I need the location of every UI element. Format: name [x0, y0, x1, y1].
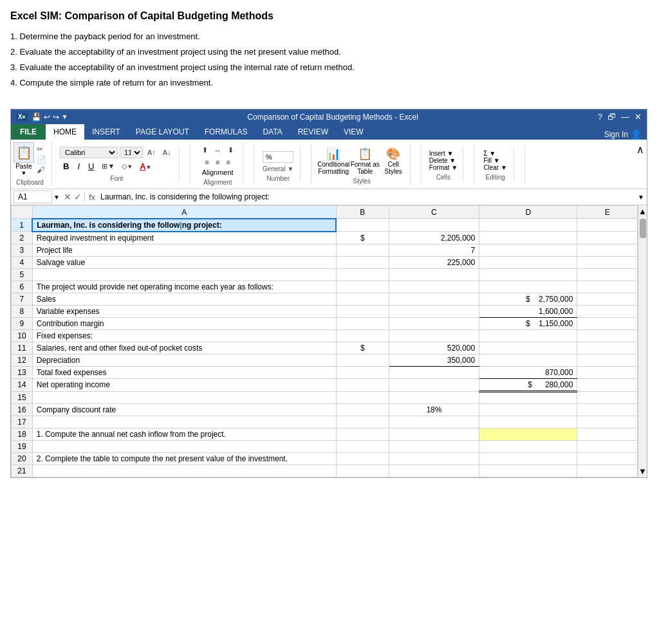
cell-e2[interactable] [577, 232, 638, 244]
customize-icon[interactable]: ▼ [62, 113, 68, 120]
cell-e7[interactable] [577, 293, 638, 305]
restore-icon[interactable]: 🗗 [608, 112, 616, 122]
cell-c19[interactable] [389, 440, 479, 452]
cell-e10[interactable] [577, 329, 638, 342]
align-top-button[interactable]: ⬆ [200, 145, 210, 156]
format-as-table-button[interactable]: 📋 Format as Table [351, 147, 380, 175]
cell-d17[interactable] [479, 416, 577, 428]
redo-icon[interactable]: ↪ [53, 113, 59, 122]
cell-c13[interactable] [389, 366, 479, 378]
cell-d1[interactable] [479, 219, 577, 232]
cell-c18[interactable] [389, 428, 479, 440]
cell-e6[interactable] [577, 281, 638, 293]
col-header-e[interactable]: E [577, 206, 638, 219]
cut-icon[interactable]: ✂ [37, 145, 46, 154]
cell-e4[interactable] [577, 256, 638, 268]
undo-icon[interactable]: ↩ [44, 113, 50, 122]
cell-e1[interactable] [577, 219, 638, 232]
cell-c15[interactable] [389, 391, 479, 403]
tab-page-layout[interactable]: PAGE LAYOUT [128, 124, 197, 140]
cell-b19[interactable] [336, 440, 389, 452]
cell-reference-input[interactable] [14, 190, 52, 203]
autosum-button[interactable]: Σ ▼ [483, 150, 507, 157]
cell-e13[interactable] [577, 366, 638, 378]
cell-b3[interactable] [336, 244, 389, 256]
confirm-formula-icon[interactable]: ✓ [74, 192, 82, 202]
cell-a21[interactable] [32, 465, 336, 477]
cell-b5[interactable] [336, 268, 389, 281]
formula-input[interactable] [99, 191, 634, 203]
cell-a17[interactable] [32, 416, 336, 428]
cell-e21[interactable] [577, 465, 638, 477]
underline-button[interactable]: U [85, 160, 97, 172]
cell-c14[interactable] [389, 378, 479, 391]
cell-b15[interactable] [336, 391, 389, 403]
cell-c11[interactable]: 520,000 [389, 342, 479, 354]
cell-d4[interactable] [479, 256, 577, 268]
cell-a7[interactable]: Sales [32, 293, 336, 305]
cell-e20[interactable] [577, 452, 638, 465]
cell-c8[interactable] [389, 305, 479, 317]
cell-d19[interactable] [479, 440, 577, 452]
cell-d12[interactable] [479, 354, 577, 366]
minimize-icon[interactable]: — [621, 112, 629, 122]
cell-a18[interactable]: 1. Compute the annual net cash inflow fr… [32, 428, 336, 440]
cell-a8[interactable]: Variable expenses [32, 305, 336, 317]
scroll-down-arrow[interactable]: ▼ [637, 465, 647, 477]
cell-b6[interactable] [336, 281, 389, 293]
cell-a6[interactable]: The project would provide net operating … [32, 281, 336, 293]
tab-view[interactable]: VIEW [336, 124, 371, 140]
shrink-font-button[interactable]: A↓ [160, 147, 174, 158]
align-center-button[interactable]: ≡ [213, 157, 222, 167]
cell-a12[interactable]: Depreciation [32, 354, 336, 366]
cell-a15[interactable] [32, 391, 336, 403]
conditional-formatting-button[interactable]: 📊 Conditional Formatting [319, 147, 348, 175]
ribbon-expand-button[interactable]: ∧ [636, 142, 644, 156]
cell-e5[interactable] [577, 268, 638, 281]
format-painter-icon[interactable]: 🖌 [37, 165, 46, 174]
italic-button[interactable]: I [74, 160, 83, 172]
cell-e15[interactable] [577, 391, 638, 403]
align-middle-button[interactable]: ↔ [212, 145, 224, 156]
cell-d5[interactable] [479, 268, 577, 281]
cell-a2[interactable]: Required investment in equipment [32, 232, 336, 244]
close-icon[interactable]: ✕ [635, 112, 642, 122]
cell-styles-button[interactable]: 🎨 Cell Styles [382, 147, 405, 175]
cell-d13[interactable]: 870,000 [479, 366, 577, 378]
cell-d14[interactable]: $ 280,000 [479, 378, 577, 391]
cell-a16[interactable]: Company discount rate [32, 403, 336, 416]
cell-e12[interactable] [577, 354, 638, 366]
scroll-thumb[interactable] [640, 219, 646, 238]
cell-c10[interactable] [389, 329, 479, 342]
col-header-b[interactable]: B [336, 206, 389, 219]
cell-c3[interactable]: 7 [389, 244, 479, 256]
cell-e19[interactable] [577, 440, 638, 452]
cell-b8[interactable] [336, 305, 389, 317]
border-button[interactable]: ⊞▼ [99, 161, 117, 172]
insert-function-icon[interactable]: fx [84, 192, 95, 202]
cell-a19[interactable] [32, 440, 336, 452]
help-icon[interactable]: ? [598, 112, 602, 122]
cell-d20[interactable] [479, 452, 577, 465]
cell-b2[interactable]: $ [336, 232, 389, 244]
vertical-scrollbar[interactable]: ▲ ▼ [638, 205, 647, 477]
cell-b10[interactable] [336, 329, 389, 342]
font-size-select[interactable]: 11 [120, 147, 143, 158]
cell-c2[interactable]: 2,205,000 [389, 232, 479, 244]
cell-c21[interactable] [389, 465, 479, 477]
cell-c20[interactable] [389, 452, 479, 465]
delete-cell-button[interactable]: Delete ▼ [429, 157, 458, 164]
cell-b18[interactable] [336, 428, 389, 440]
cell-b17[interactable] [336, 416, 389, 428]
cell-a3[interactable]: Project life [32, 244, 336, 256]
cell-b16[interactable] [336, 403, 389, 416]
cell-d9[interactable]: $ 1,150,000 [479, 317, 577, 329]
cell-ref-dropdown-icon[interactable]: ▼ [53, 194, 60, 201]
cell-a13[interactable]: Total fixed expenses [32, 366, 336, 378]
cell-b7[interactable] [336, 293, 389, 305]
cell-b21[interactable] [336, 465, 389, 477]
insert-cell-button[interactable]: Insert ▼ [429, 150, 458, 157]
cell-d7[interactable]: $ 2,750,000 [479, 293, 577, 305]
cell-b13[interactable] [336, 366, 389, 378]
col-header-d[interactable]: D [479, 206, 577, 219]
